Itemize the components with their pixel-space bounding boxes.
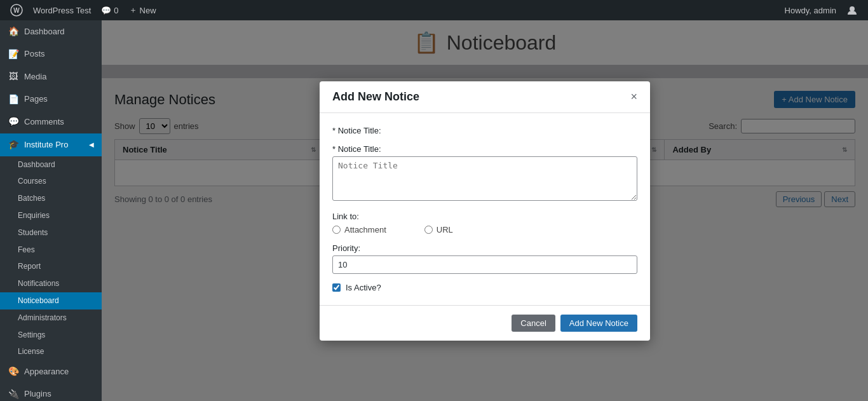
sidebar-item-sub-administrators[interactable]: Administrators bbox=[0, 309, 102, 327]
sidebar-item-posts[interactable]: 📝 Posts bbox=[0, 43, 102, 66]
notice-title-label-1: * Notice Title: bbox=[332, 126, 637, 135]
comment-count: 0 bbox=[114, 6, 118, 15]
sidebar-item-appearance[interactable]: 🎨 Appearance bbox=[0, 360, 102, 383]
svg-text:W: W bbox=[13, 7, 20, 14]
new-bar[interactable]: ＋ New bbox=[124, 0, 161, 20]
priority-label: Priority: bbox=[332, 243, 637, 253]
sidebar-label-posts: Posts bbox=[24, 48, 45, 60]
sub-courses-label: Courses bbox=[18, 176, 46, 187]
sidebar-item-institute-pro[interactable]: 🎓 Institute Pro ◀ bbox=[0, 133, 102, 156]
sidebar-label-plugins: Plugins bbox=[24, 388, 51, 400]
sidebar-label-dashboard: Dashboard bbox=[24, 26, 65, 37]
is-active-checkbox[interactable] bbox=[332, 283, 341, 292]
modal-footer: Cancel Add New Notice bbox=[320, 305, 650, 341]
sidebar-item-sub-notifications[interactable]: Notifications bbox=[0, 275, 102, 292]
admin-bar-right: Howdy, admin bbox=[780, 0, 863, 20]
modal-close-button[interactable]: × bbox=[630, 91, 637, 102]
add-new-notice-submit-button[interactable]: Add New Notice bbox=[560, 315, 637, 332]
sub-students-label: Students bbox=[18, 228, 48, 238]
plugins-icon: 🔌 bbox=[8, 388, 19, 401]
site-name-bar[interactable]: WordPress Test bbox=[28, 0, 96, 20]
sidebar-item-sub-fees[interactable]: Fees bbox=[0, 241, 102, 259]
sidebar-item-comments[interactable]: 💬 Comments bbox=[0, 111, 102, 133]
comments-bar[interactable]: 💬 0 bbox=[96, 0, 123, 20]
sub-report-label: Report bbox=[18, 261, 41, 272]
link-to-label: Link to: bbox=[332, 212, 637, 221]
sidebar-item-sub-batches[interactable]: Batches bbox=[0, 190, 102, 207]
priority-input[interactable]: 10 bbox=[332, 255, 637, 274]
radio-group: Attachment URL bbox=[332, 225, 637, 234]
dashboard-icon: 🏠 bbox=[8, 25, 19, 38]
sidebar-item-sub-courses[interactable]: Courses bbox=[0, 173, 102, 190]
sidebar-item-sub-dashboard[interactable]: Dashboard bbox=[0, 156, 102, 173]
cancel-button[interactable]: Cancel bbox=[512, 315, 555, 332]
sidebar-item-media[interactable]: 🖼 Media bbox=[0, 65, 102, 88]
sidebar-item-dashboard[interactable]: 🏠 Dashboard bbox=[0, 20, 102, 43]
modal-title: Add New Notice bbox=[332, 90, 419, 104]
admin-bar: W WordPress Test 💬 0 ＋ New Howdy, admin bbox=[0, 0, 868, 20]
collapse-icon: ◀ bbox=[89, 140, 94, 149]
main-content: 📋 Noticeboard Manage Notices + Add New N… bbox=[102, 20, 868, 401]
sidebar-item-sub-settings[interactable]: Settings bbox=[0, 327, 102, 344]
sub-notifications-label: Notifications bbox=[18, 278, 59, 289]
url-label: URL bbox=[437, 225, 453, 234]
sub-noticeboard-label: Noticeboard bbox=[18, 296, 59, 306]
sidebar-item-pages[interactable]: 📄 Pages bbox=[0, 88, 102, 111]
add-notice-modal: Add New Notice × * Notice Title: * Notic… bbox=[320, 81, 650, 341]
sidebar-label-institute: Institute Pro bbox=[24, 139, 68, 151]
comment-icon: 💬 bbox=[101, 6, 111, 15]
priority-group: Priority: 10 bbox=[332, 243, 637, 274]
plus-icon: ＋ bbox=[129, 4, 137, 16]
notice-title-field-group: * Notice Title: bbox=[332, 144, 637, 203]
attachment-label: Attachment bbox=[344, 225, 386, 234]
sub-batches-label: Batches bbox=[18, 193, 45, 204]
sidebar-label-media: Media bbox=[24, 71, 46, 83]
sidebar-label-pages: Pages bbox=[24, 93, 48, 105]
sidebar-label-appearance: Appearance bbox=[24, 366, 69, 377]
pages-icon: 📄 bbox=[8, 93, 19, 106]
notice-title-label-2: * Notice Title: bbox=[332, 144, 637, 154]
user-avatar[interactable] bbox=[841, 0, 863, 20]
modal-overlay: Add New Notice × * Notice Title: * Notic… bbox=[102, 20, 868, 401]
is-active-row: Is Active? bbox=[332, 283, 637, 292]
wp-logo[interactable]: W bbox=[5, 0, 28, 20]
appearance-icon: 🎨 bbox=[8, 365, 19, 378]
is-active-label: Is Active? bbox=[346, 283, 381, 292]
site-name-label: WordPress Test bbox=[33, 6, 91, 15]
sidebar-item-sub-license[interactable]: License bbox=[0, 343, 102, 360]
sidebar-label-comments: Comments bbox=[24, 116, 64, 128]
sidebar-item-plugins[interactable]: 🔌 Plugins bbox=[0, 383, 102, 401]
sub-settings-label: Settings bbox=[18, 330, 45, 341]
url-option[interactable]: URL bbox=[424, 225, 453, 234]
new-label: New bbox=[140, 6, 156, 15]
sidebar-item-sub-noticeboard[interactable]: Noticeboard bbox=[0, 292, 102, 309]
sub-administrators-label: Administrators bbox=[18, 313, 67, 323]
comments-icon: 💬 bbox=[8, 116, 19, 128]
sub-license-label: License bbox=[18, 346, 44, 357]
sidebar-item-sub-report[interactable]: Report bbox=[0, 258, 102, 275]
posts-icon: 📝 bbox=[8, 48, 19, 61]
attachment-radio[interactable] bbox=[332, 226, 341, 234]
attachment-option[interactable]: Attachment bbox=[332, 225, 386, 234]
institute-icon: 🎓 bbox=[8, 139, 19, 151]
modal-header: Add New Notice × bbox=[320, 81, 650, 113]
url-radio[interactable] bbox=[424, 226, 433, 234]
modal-body: * Notice Title: * Notice Title: Link to: bbox=[320, 113, 650, 305]
svg-point-2 bbox=[850, 6, 855, 11]
sub-fees-label: Fees bbox=[18, 245, 35, 255]
sub-enquiries-label: Enquiries bbox=[18, 210, 50, 221]
sidebar: 🏠 Dashboard 📝 Posts 🖼 Media 📄 Pages 💬 Co… bbox=[0, 20, 102, 401]
notice-title-label-group: * Notice Title: bbox=[332, 126, 637, 135]
howdy-label: Howdy, admin bbox=[780, 6, 841, 15]
notice-title-textarea[interactable] bbox=[332, 156, 637, 201]
sub-dashboard-label: Dashboard bbox=[18, 160, 55, 170]
media-icon: 🖼 bbox=[8, 71, 19, 83]
link-to-section: Link to: Attachment URL bbox=[332, 212, 637, 234]
sidebar-item-sub-students[interactable]: Students bbox=[0, 224, 102, 241]
sidebar-item-sub-enquiries[interactable]: Enquiries bbox=[0, 207, 102, 224]
